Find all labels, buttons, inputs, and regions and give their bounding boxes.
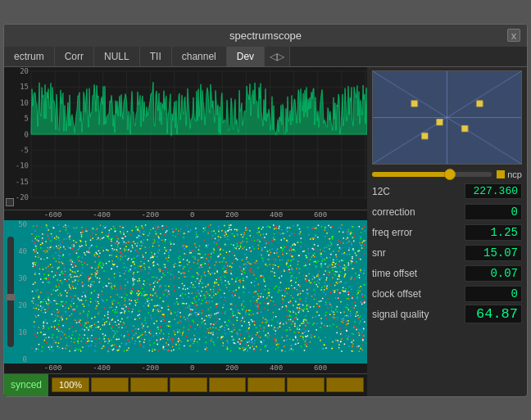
snr-row: snr 15.07 [372, 244, 522, 262]
lower-x-label-3: -200 [142, 364, 160, 373]
lower-chart-vert-slider[interactable] [7, 237, 14, 347]
12c-value: 227.360 [465, 183, 522, 199]
upper-x-label-2: -400 [93, 211, 111, 219]
lower-chart-vert-slider-thumb[interactable] [6, 294, 16, 300]
progress-segment-1: 100% [52, 377, 89, 392]
upper-chart-canvas [4, 67, 367, 210]
correction-row: correction 0 [372, 203, 522, 221]
12c-label: 12C [372, 186, 390, 197]
signal-quality-label: signal quality [372, 309, 429, 320]
lower-x-label-4: 0 [190, 364, 194, 373]
signal-quality-value: 64.87 [465, 305, 522, 323]
tab-spectrum[interactable]: ectrum [4, 47, 55, 66]
window-title: spectrumscope [229, 29, 302, 42]
lower-x-label-5: 200 [225, 364, 238, 373]
upper-x-label-1: -600 [44, 211, 62, 219]
ncp-color-box [497, 170, 505, 178]
ncp-label: ncp [497, 169, 522, 179]
progress-segment-7 [287, 377, 324, 392]
time-offset-value: 0.07 [465, 265, 522, 282]
signal-quality-row: signal quality 64.87 [372, 305, 522, 323]
time-offset-row: time offset 0.07 [372, 264, 522, 282]
lower-x-label-6: 400 [270, 364, 283, 373]
tab-dev[interactable]: Dev [227, 47, 265, 66]
correction-value: 0 [465, 204, 522, 220]
upper-x-label-6: 400 [270, 211, 283, 219]
ncp-slider-thumb[interactable] [444, 169, 456, 180]
ncp-slider-track[interactable] [372, 172, 492, 177]
tab-corr[interactable]: Corr [55, 47, 94, 66]
chart-checkbox[interactable] [6, 198, 14, 206]
freq-error-label: freq error [372, 227, 412, 238]
tab-null[interactable]: NULL [94, 47, 140, 66]
ncp-slider-row: ncp [372, 169, 522, 179]
clock-offset-label: clock offset [372, 288, 421, 300]
synced-badge: synced [4, 374, 48, 396]
upper-x-axis: -600 -400 -200 0 200 400 600 [4, 210, 367, 220]
upper-x-label-3: -200 [142, 211, 160, 219]
snr-label: snr [372, 247, 386, 259]
progress-segment-6 [247, 377, 285, 392]
freq-error-row: freq error 1.25 [372, 224, 522, 242]
progress-segment-5 [209, 377, 247, 392]
tab-scroll-arrow[interactable]: ◁▷ [265, 47, 290, 66]
lower-x-label-2: -400 [93, 364, 111, 373]
constellation-diagram [372, 70, 522, 165]
progress-text: 100% [59, 380, 82, 390]
lower-chart [4, 220, 367, 364]
lower-x-axis: -600 -400 -200 0 200 400 600 [4, 364, 367, 373]
time-offset-label: time offset [372, 268, 417, 279]
chart-checkbox-area [6, 198, 14, 206]
progress-segment-4 [170, 377, 207, 392]
snr-value: 15.07 [465, 245, 522, 261]
correction-label: correction [372, 206, 415, 218]
titlebar: spectrumscope x [4, 25, 527, 47]
progress-segment-8 [326, 377, 364, 392]
ncp-label-text: ncp [507, 169, 522, 179]
progress-bar-container: 100% [48, 374, 367, 396]
constellation-canvas [373, 71, 521, 164]
right-panel: ncp 12C 227.360 correction 0 freq error … [367, 67, 527, 396]
freq-error-value: 1.25 [465, 224, 522, 241]
upper-x-label-5: 200 [225, 211, 238, 219]
progress-segment-3 [130, 377, 168, 392]
ncp-slider-fill [372, 172, 456, 177]
close-button[interactable]: x [507, 29, 520, 42]
left-panel: -600 -400 -200 0 200 400 600 -600 -400 -… [4, 67, 367, 396]
clock-offset-row: clock offset 0 [372, 285, 522, 303]
tab-bar: ectrum Corr NULL TII channel Dev ◁▷ [4, 47, 527, 67]
upper-chart [4, 67, 367, 210]
main-window: spectrumscope x ectrum Corr NULL TII cha… [3, 24, 528, 397]
progress-segment-2 [91, 377, 129, 392]
tab-channel[interactable]: channel [172, 47, 227, 66]
lower-chart-canvas [4, 220, 367, 364]
status-bar: synced 100% [4, 373, 367, 396]
tab-tii[interactable]: TII [140, 47, 172, 66]
12c-row: 12C 227.360 [372, 183, 522, 201]
main-content: -600 -400 -200 0 200 400 600 -600 -400 -… [4, 67, 527, 396]
upper-x-label-7: 600 [314, 211, 327, 219]
clock-offset-value: 0 [465, 286, 522, 302]
lower-x-label-1: -600 [44, 364, 62, 373]
lower-x-label-7: 600 [314, 364, 327, 373]
upper-x-label-4: 0 [190, 211, 194, 219]
